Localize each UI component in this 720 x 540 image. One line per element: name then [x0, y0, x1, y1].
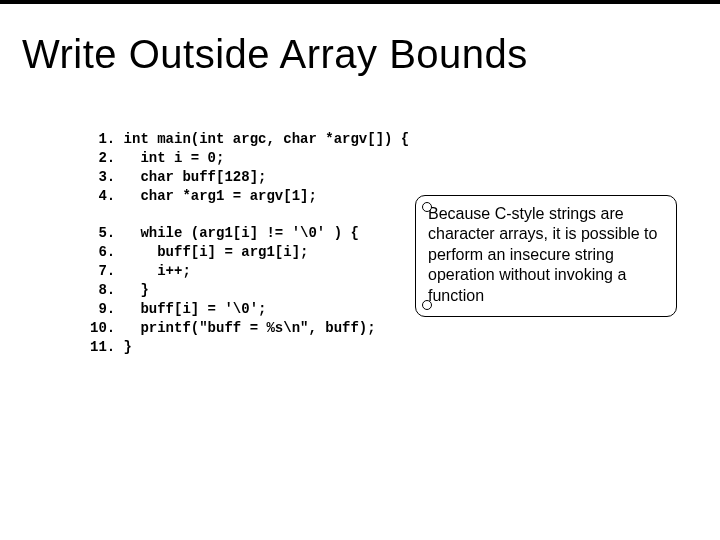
slide-title: Write Outside Array Bounds: [22, 32, 528, 77]
callout-bubble-icon: [422, 202, 432, 212]
slide: Write Outside Array Bounds 1. int main(i…: [0, 0, 720, 540]
code-line: 7. i++;: [90, 263, 191, 279]
code-line: 11. }: [90, 339, 132, 355]
top-rule: [0, 0, 720, 4]
callout-bubble-icon: [422, 300, 432, 310]
code-line: 3. char buff[128];: [90, 169, 266, 185]
callout-box: Because C-style strings are character ar…: [415, 195, 677, 317]
code-line: 9. buff[i] = '\0';: [90, 301, 266, 317]
code-line: 6. buff[i] = arg1[i];: [90, 244, 308, 260]
code-block: 1. int main(int argc, char *argv[]) { 2.…: [90, 130, 409, 357]
callout-text: Because C-style strings are character ar…: [428, 205, 657, 304]
code-line: 1. int main(int argc, char *argv[]) {: [90, 131, 409, 147]
code-line: 4. char *arg1 = argv[1];: [90, 188, 317, 204]
code-line: 2. int i = 0;: [90, 150, 224, 166]
code-line: 5. while (arg1[i] != '\0' ) {: [90, 225, 359, 241]
code-line: 10. printf("buff = %s\n", buff);: [90, 320, 376, 336]
code-line: 8. }: [90, 282, 149, 298]
